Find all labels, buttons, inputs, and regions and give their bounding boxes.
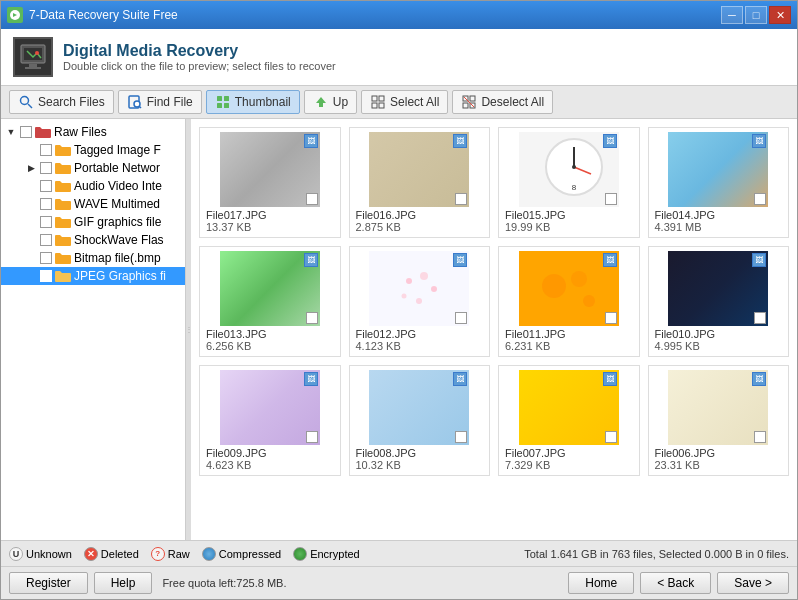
close-button[interactable]: ✕ [769,6,791,24]
file-size: 4.623 KB [206,459,334,471]
file-thumbnail[interactable]: 🖼 File012.JPG 4.123 KB [349,246,491,357]
file-thumbnail[interactable]: 🖼 File008.JPG 10.32 KB [349,365,491,476]
file-thumbnail[interactable]: 8 🖼 File015.JPG 19.99 KB [498,127,640,238]
tree-expander [25,234,37,246]
tree-checkbox[interactable] [40,180,52,192]
minimize-button[interactable]: ─ [721,6,743,24]
raw-label: Raw [168,548,190,560]
file-size: 19.99 KB [505,221,633,233]
file-thumbnail[interactable]: 🖼 File014.JPG 4.391 MB [648,127,790,238]
tree-item[interactable]: WAVE Multimed [1,195,185,213]
svg-rect-15 [372,96,377,101]
deselect-all-button[interactable]: Deselect All [452,90,553,114]
thumbnail-button[interactable]: Thumbnail [206,90,300,114]
file-info: File009.JPG 4.623 KB [204,447,336,471]
search-files-button[interactable]: Search Files [9,90,114,114]
thumb-checkbox[interactable] [605,193,617,205]
tree-checkbox[interactable] [40,162,52,174]
file-thumbnail[interactable]: 🖼 File010.JPG 4.995 KB [648,246,790,357]
tree-checkbox[interactable] [40,144,52,156]
tree-item[interactable]: ShockWave Flas [1,231,185,249]
file-thumbnail[interactable]: 🖼 File016.JPG 2.875 KB [349,127,491,238]
file-size: 10.32 KB [356,459,484,471]
back-button[interactable]: < Back [640,572,711,594]
thumb-checkbox[interactable] [754,312,766,324]
tree-item[interactable]: Bitmap file(.bmp [1,249,185,267]
tree-root-label: Raw Files [54,125,107,139]
maximize-button[interactable]: □ [745,6,767,24]
save-button[interactable]: Save > [717,572,789,594]
register-button[interactable]: Register [9,572,88,594]
tree-checkbox[interactable] [40,270,52,282]
select-all-button[interactable]: Select All [361,90,448,114]
file-thumbnail[interactable]: 🖼 File006.JPG 23.31 KB [648,365,790,476]
svg-point-38 [571,271,587,287]
thumb-checkbox[interactable] [306,312,318,324]
title-controls: ─ □ ✕ [721,6,791,24]
file-thumbnail[interactable]: 🖼 File013.JPG 6.256 KB [199,246,341,357]
tree-item[interactable]: Tagged Image F [1,141,185,159]
find-file-button[interactable]: Find File [118,90,202,114]
file-size: 7.329 KB [505,459,633,471]
thumb-image: 🖼 [369,132,469,207]
tree-checkbox[interactable] [40,234,52,246]
thumb-checkbox[interactable] [306,193,318,205]
file-name: File006.JPG [655,447,783,459]
tree-expander: ▼ [5,126,17,138]
compressed-dot [202,547,216,561]
tree-checkbox[interactable] [40,216,52,228]
tree-item-label: Portable Networ [74,161,160,175]
file-info: File011.JPG 6.231 KB [503,328,635,352]
thumb-checkbox[interactable] [754,431,766,443]
toolbar: Search Files Find File Thumbnail [1,86,797,119]
status-bar: U Unknown ✕ Deleted ? Raw Compressed Enc… [1,540,797,566]
thumb-image: 🖼 [668,370,768,445]
tree-checkbox[interactable] [20,126,32,138]
file-info: File015.JPG 19.99 KB [503,209,635,233]
status-unknown: U Unknown [9,547,72,561]
thumb-checkbox[interactable] [455,431,467,443]
thumb-image: 🖼 [668,251,768,326]
thumb-image: 🖼 [519,370,619,445]
tree-item[interactable]: GIF graphics file [1,213,185,231]
thumb-image: 🖼 [220,132,320,207]
tree-root[interactable]: ▼ Raw Files [1,123,185,141]
thumb-checkbox[interactable] [605,312,617,324]
tree-item-label: WAVE Multimed [74,197,160,211]
folder-icon [55,162,71,174]
thumb-checkbox[interactable] [754,193,766,205]
thumb-checkbox[interactable] [455,193,467,205]
svg-rect-5 [25,67,41,69]
tree-item-label: JPEG Graphics fi [74,269,166,283]
file-thumbnail[interactable]: 🖼 File017.JPG 13.37 KB [199,127,341,238]
status-deleted: ✕ Deleted [84,547,139,561]
compressed-label: Compressed [219,548,281,560]
status-summary: Total 1.641 GB in 763 files, Selected 0.… [524,548,789,560]
svg-line-10 [139,107,141,109]
unknown-dot: U [9,547,23,561]
find-icon [127,94,143,110]
file-thumbnail[interactable]: 🖼 File007.JPG 7.329 KB [498,365,640,476]
encrypted-label: Encrypted [310,548,360,560]
raw-dot: ? [151,547,165,561]
tree-item-selected[interactable]: JPEG Graphics fi [1,267,185,285]
file-info: File013.JPG 6.256 KB [204,328,336,352]
thumb-checkbox[interactable] [455,312,467,324]
file-grid-container[interactable]: 🖼 File017.JPG 13.37 KB 🖼 File016.JPG [191,119,797,540]
tree-checkbox[interactable] [40,252,52,264]
home-button[interactable]: Home [568,572,634,594]
file-info: File017.JPG 13.37 KB [204,209,336,233]
up-button[interactable]: Up [304,90,357,114]
file-name: File008.JPG [356,447,484,459]
help-button[interactable]: Help [94,572,153,594]
sidebar[interactable]: ▼ Raw Files Tagged Image F ▶ Portable Ne… [1,119,186,540]
file-name: File007.JPG [505,447,633,459]
file-thumbnail[interactable]: 🖼 File011.JPG 6.231 KB [498,246,640,357]
thumb-checkbox[interactable] [605,431,617,443]
tree-item[interactable]: ▶ Portable Networ [1,159,185,177]
file-size: 2.875 KB [356,221,484,233]
file-thumbnail[interactable]: 🖼 File009.JPG 4.623 KB [199,365,341,476]
thumb-checkbox[interactable] [306,431,318,443]
tree-checkbox[interactable] [40,198,52,210]
tree-item[interactable]: Audio Video Inte [1,177,185,195]
